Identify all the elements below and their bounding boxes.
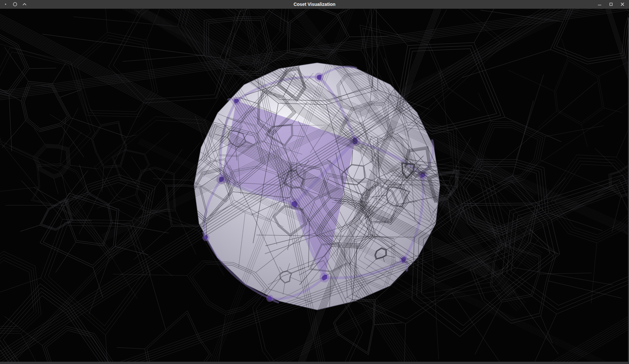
window-controls — [597, 2, 629, 7]
window-title: Coset Visualization — [294, 0, 335, 9]
close-icon — [620, 2, 625, 7]
titlebar-left-icons — [0, 2, 27, 7]
window-bottom-border[interactable] — [0, 362, 629, 364]
close-button[interactable] — [620, 2, 625, 7]
titlebar[interactable]: Coset Visualization — [0, 0, 629, 9]
maximize-button[interactable] — [608, 2, 614, 7]
viewport-area — [0, 9, 629, 362]
minimize-icon — [597, 2, 602, 7]
chevron-up-icon[interactable] — [22, 2, 27, 7]
circle-outline-icon[interactable] — [12, 2, 18, 7]
viewport-3d-canvas[interactable] — [0, 9, 629, 362]
dot-icon — [3, 2, 8, 7]
maximize-icon — [609, 2, 613, 7]
app-window: Coset Visualization — [0, 0, 629, 364]
minimize-button[interactable] — [597, 2, 602, 7]
